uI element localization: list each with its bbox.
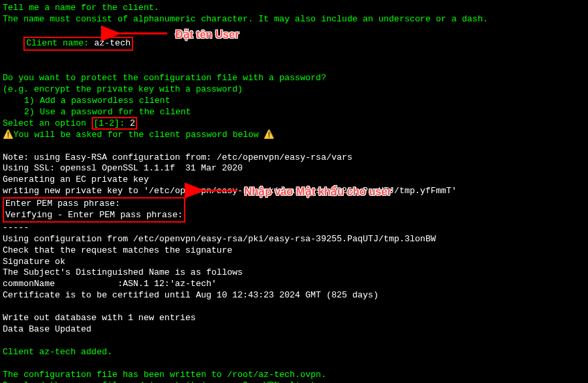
text-line: Certificate is to be certified until Aug… <box>3 290 585 301</box>
option-1: 1) Add a passwordless client <box>3 96 585 107</box>
warning-text: You will be asked for the client passwor… <box>13 130 264 140</box>
verify-pem-line: Verifying - Enter PEM pass phrase: <box>5 210 183 221</box>
text-line: Signature ok <box>3 257 585 268</box>
text-line: commonName :ASN.1 12:'az-tech' <box>3 279 585 290</box>
blank-line <box>3 336 585 347</box>
enter-pem-line: Enter PEM pass phrase: <box>5 199 183 210</box>
blank-line <box>3 61 585 73</box>
text-line: Using SSL: openssl OpenSSL 1.1.1f 31 Mar… <box>3 163 585 174</box>
text-line: ----- <box>3 223 585 234</box>
client-added-line: Client az-tech added. <box>3 347 585 358</box>
text-line: Download the .ovpn file and import it in… <box>3 380 585 383</box>
warning-line: ⚠️You will be asked for the client passw… <box>3 130 585 141</box>
select-prefix: Select an option <box>3 118 92 128</box>
text-line: Do you want to protect the configuration… <box>3 73 585 84</box>
text-line: Note: using Easy-RSA configuration from:… <box>3 152 585 164</box>
select-sep: : <box>120 118 130 128</box>
client-name-value: az-tech <box>94 38 131 48</box>
client-name-highlight-box: Client name: az-tech <box>23 37 133 51</box>
text-line: Check that the request matches the signa… <box>3 245 585 257</box>
select-value: 2 <box>130 118 135 128</box>
text-line: Tell me a name for the client. <box>3 3 585 14</box>
text-line: Generating an EC private key <box>3 174 585 186</box>
blank-line <box>3 301 585 313</box>
terminal-output: Tell me a name for the client. The name … <box>3 3 585 383</box>
warning-icon: ⚠️ <box>3 130 13 140</box>
text-line: The Subject's Distinguished Name is as f… <box>3 267 585 279</box>
text-line: (e.g. encrypt the private key with a pas… <box>3 84 585 96</box>
text-line: Data Base Updated <box>3 324 585 336</box>
warning-icon: ⚠️ <box>264 130 274 140</box>
blank-line <box>3 358 585 370</box>
text-line: Using configuration from /etc/openvpn/ea… <box>3 234 585 245</box>
text-line: Write out database with 1 new entries <box>3 313 585 324</box>
blank-line <box>3 141 585 152</box>
text-line: The name must consist of alphanumeric ch… <box>3 14 585 25</box>
option-2: 2) Use a password for the client <box>3 107 585 118</box>
text-line: writing new private key to '/etc/openvpn… <box>3 186 585 197</box>
client-name-label: Client name: <box>26 38 94 48</box>
select-range-highlight: [1-2]: 2 <box>92 117 137 130</box>
client-name-line: Client name: az-tech <box>3 25 585 62</box>
pem-highlight-box: Enter PEM pass phrase: Verifying - Enter… <box>3 197 185 223</box>
select-option-line: Select an option [1-2]: 2 <box>3 118 585 130</box>
select-range: [1-2] <box>94 118 120 128</box>
text-line: The configuration file has been written … <box>3 370 585 381</box>
